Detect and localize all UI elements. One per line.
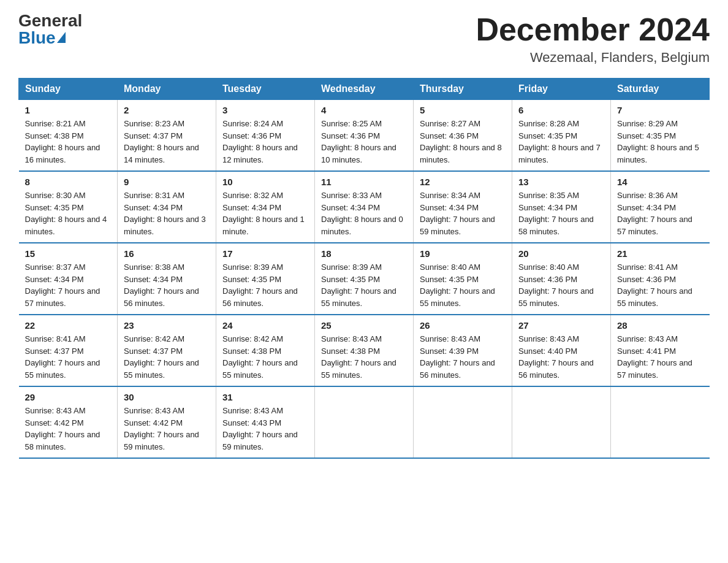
table-row: 30 Sunrise: 8:43 AM Sunset: 4:42 PM Dayl… bbox=[118, 386, 216, 458]
table-row: 20 Sunrise: 8:40 AM Sunset: 4:36 PM Dayl… bbox=[512, 243, 611, 315]
calendar-header-row: Sunday Monday Tuesday Wednesday Thursday… bbox=[19, 79, 710, 100]
table-row: 26 Sunrise: 8:43 AM Sunset: 4:39 PM Dayl… bbox=[414, 315, 512, 386]
table-row: 31 Sunrise: 8:43 AM Sunset: 4:43 PM Dayl… bbox=[216, 386, 315, 458]
day-number: 27 bbox=[518, 320, 604, 331]
location-text: Wezemaal, Flanders, Belgium bbox=[476, 50, 710, 66]
day-number: 14 bbox=[617, 177, 703, 187]
table-row: 3 Sunrise: 8:24 AM Sunset: 4:36 PM Dayli… bbox=[216, 100, 315, 172]
table-row: 28 Sunrise: 8:43 AM Sunset: 4:41 PM Dayl… bbox=[611, 315, 710, 386]
logo-blue-text: Blue bbox=[18, 29, 66, 47]
table-row bbox=[414, 386, 512, 458]
logo-triangle-icon bbox=[57, 32, 66, 43]
day-number: 1 bbox=[25, 105, 112, 115]
table-row bbox=[315, 386, 414, 458]
page-header: General Blue December 2024 Wezemaal, Fla… bbox=[18, 12, 710, 66]
day-info: Sunrise: 8:21 AM Sunset: 4:38 PM Dayligh… bbox=[25, 118, 112, 166]
header-tuesday: Tuesday bbox=[216, 79, 315, 100]
table-row: 12 Sunrise: 8:34 AM Sunset: 4:34 PM Dayl… bbox=[414, 171, 512, 243]
table-row: 9 Sunrise: 8:31 AM Sunset: 4:34 PM Dayli… bbox=[118, 171, 216, 243]
calendar-table: Sunday Monday Tuesday Wednesday Thursday… bbox=[18, 78, 710, 459]
header-saturday: Saturday bbox=[611, 79, 710, 100]
table-row: 29 Sunrise: 8:43 AM Sunset: 4:42 PM Dayl… bbox=[19, 386, 118, 458]
table-row bbox=[512, 386, 611, 458]
table-row: 6 Sunrise: 8:28 AM Sunset: 4:35 PM Dayli… bbox=[512, 100, 611, 172]
day-number: 24 bbox=[222, 320, 308, 331]
logo-general-text: General bbox=[18, 12, 82, 29]
table-row: 5 Sunrise: 8:27 AM Sunset: 4:36 PM Dayli… bbox=[414, 100, 512, 172]
day-number: 22 bbox=[25, 320, 112, 331]
table-row: 13 Sunrise: 8:35 AM Sunset: 4:34 PM Dayl… bbox=[512, 171, 611, 243]
day-number: 28 bbox=[617, 320, 703, 331]
day-info: Sunrise: 8:39 AM Sunset: 4:35 PM Dayligh… bbox=[321, 261, 407, 309]
table-row: 21 Sunrise: 8:41 AM Sunset: 4:36 PM Dayl… bbox=[611, 243, 710, 315]
day-number: 23 bbox=[124, 320, 210, 331]
day-number: 12 bbox=[420, 177, 506, 187]
table-row: 22 Sunrise: 8:41 AM Sunset: 4:37 PM Dayl… bbox=[19, 315, 118, 386]
day-number: 15 bbox=[25, 248, 112, 259]
day-info: Sunrise: 8:43 AM Sunset: 4:41 PM Dayligh… bbox=[617, 333, 703, 381]
day-number: 8 bbox=[25, 177, 112, 187]
calendar-week-3: 15 Sunrise: 8:37 AM Sunset: 4:34 PM Dayl… bbox=[19, 243, 710, 315]
day-info: Sunrise: 8:32 AM Sunset: 4:34 PM Dayligh… bbox=[222, 190, 308, 237]
header-friday: Friday bbox=[512, 79, 611, 100]
table-row: 11 Sunrise: 8:33 AM Sunset: 4:34 PM Dayl… bbox=[315, 171, 414, 243]
table-row: 19 Sunrise: 8:40 AM Sunset: 4:35 PM Dayl… bbox=[414, 243, 512, 315]
day-info: Sunrise: 8:30 AM Sunset: 4:35 PM Dayligh… bbox=[25, 190, 112, 237]
day-number: 31 bbox=[222, 392, 308, 402]
day-info: Sunrise: 8:27 AM Sunset: 4:36 PM Dayligh… bbox=[420, 118, 506, 166]
title-block: December 2024 Wezemaal, Flanders, Belgiu… bbox=[476, 12, 710, 66]
day-info: Sunrise: 8:36 AM Sunset: 4:34 PM Dayligh… bbox=[617, 190, 703, 237]
table-row: 25 Sunrise: 8:43 AM Sunset: 4:38 PM Dayl… bbox=[315, 315, 414, 386]
day-number: 21 bbox=[617, 248, 703, 259]
day-number: 4 bbox=[321, 105, 407, 115]
day-info: Sunrise: 8:40 AM Sunset: 4:35 PM Dayligh… bbox=[420, 261, 506, 309]
day-number: 30 bbox=[124, 392, 210, 402]
day-number: 11 bbox=[321, 177, 407, 187]
calendar-week-1: 1 Sunrise: 8:21 AM Sunset: 4:38 PM Dayli… bbox=[19, 100, 710, 172]
day-info: Sunrise: 8:28 AM Sunset: 4:35 PM Dayligh… bbox=[518, 118, 604, 166]
calendar-week-2: 8 Sunrise: 8:30 AM Sunset: 4:35 PM Dayli… bbox=[19, 171, 710, 243]
day-info: Sunrise: 8:35 AM Sunset: 4:34 PM Dayligh… bbox=[518, 190, 604, 237]
table-row: 14 Sunrise: 8:36 AM Sunset: 4:34 PM Dayl… bbox=[611, 171, 710, 243]
day-info: Sunrise: 8:37 AM Sunset: 4:34 PM Dayligh… bbox=[25, 261, 112, 309]
table-row bbox=[611, 386, 710, 458]
day-info: Sunrise: 8:43 AM Sunset: 4:40 PM Dayligh… bbox=[518, 333, 604, 381]
day-info: Sunrise: 8:23 AM Sunset: 4:37 PM Dayligh… bbox=[124, 118, 210, 166]
day-info: Sunrise: 8:42 AM Sunset: 4:38 PM Dayligh… bbox=[222, 333, 308, 381]
day-number: 13 bbox=[518, 177, 604, 187]
day-number: 25 bbox=[321, 320, 407, 331]
table-row: 2 Sunrise: 8:23 AM Sunset: 4:37 PM Dayli… bbox=[118, 100, 216, 172]
table-row: 1 Sunrise: 8:21 AM Sunset: 4:38 PM Dayli… bbox=[19, 100, 118, 172]
day-number: 29 bbox=[25, 392, 112, 402]
day-number: 19 bbox=[420, 248, 506, 259]
header-monday: Monday bbox=[118, 79, 216, 100]
day-number: 17 bbox=[222, 248, 308, 259]
day-number: 3 bbox=[222, 105, 308, 115]
day-info: Sunrise: 8:31 AM Sunset: 4:34 PM Dayligh… bbox=[124, 190, 210, 237]
day-info: Sunrise: 8:43 AM Sunset: 4:38 PM Dayligh… bbox=[321, 333, 407, 381]
day-number: 10 bbox=[222, 177, 308, 187]
table-row: 10 Sunrise: 8:32 AM Sunset: 4:34 PM Dayl… bbox=[216, 171, 315, 243]
day-info: Sunrise: 8:33 AM Sunset: 4:34 PM Dayligh… bbox=[321, 190, 407, 237]
day-info: Sunrise: 8:42 AM Sunset: 4:37 PM Dayligh… bbox=[124, 333, 210, 381]
day-info: Sunrise: 8:40 AM Sunset: 4:36 PM Dayligh… bbox=[518, 261, 604, 309]
day-number: 2 bbox=[124, 105, 210, 115]
logo: General Blue bbox=[18, 12, 82, 47]
table-row: 24 Sunrise: 8:42 AM Sunset: 4:38 PM Dayl… bbox=[216, 315, 315, 386]
day-number: 9 bbox=[124, 177, 210, 187]
table-row: 7 Sunrise: 8:29 AM Sunset: 4:35 PM Dayli… bbox=[611, 100, 710, 172]
day-info: Sunrise: 8:41 AM Sunset: 4:36 PM Dayligh… bbox=[617, 261, 703, 309]
table-row: 8 Sunrise: 8:30 AM Sunset: 4:35 PM Dayli… bbox=[19, 171, 118, 243]
day-number: 16 bbox=[124, 248, 210, 259]
day-info: Sunrise: 8:41 AM Sunset: 4:37 PM Dayligh… bbox=[25, 333, 112, 381]
month-title: December 2024 bbox=[476, 12, 710, 47]
day-number: 6 bbox=[518, 105, 604, 115]
header-sunday: Sunday bbox=[19, 79, 118, 100]
table-row: 17 Sunrise: 8:39 AM Sunset: 4:35 PM Dayl… bbox=[216, 243, 315, 315]
day-info: Sunrise: 8:43 AM Sunset: 4:43 PM Dayligh… bbox=[222, 405, 308, 453]
calendar-week-5: 29 Sunrise: 8:43 AM Sunset: 4:42 PM Dayl… bbox=[19, 386, 710, 458]
day-number: 20 bbox=[518, 248, 604, 259]
day-number: 26 bbox=[420, 320, 506, 331]
day-info: Sunrise: 8:39 AM Sunset: 4:35 PM Dayligh… bbox=[222, 261, 308, 309]
day-number: 7 bbox=[617, 105, 703, 115]
